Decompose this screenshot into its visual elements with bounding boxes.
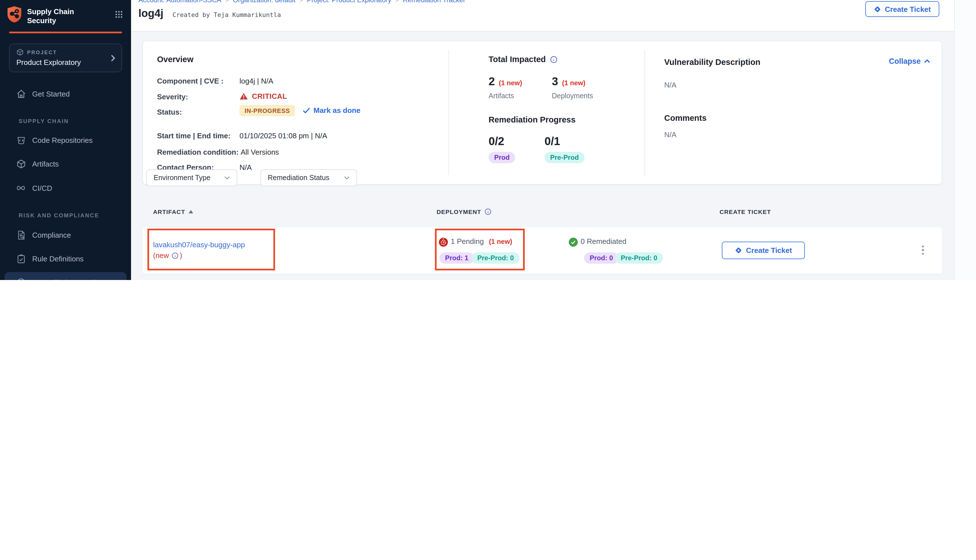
supply-chain-security-logo-icon bbox=[7, 6, 22, 23]
sidebar-item-label: Remediation Tracker bbox=[32, 278, 105, 280]
overview-heading: Overview bbox=[157, 55, 194, 64]
remediated-preprod-badge: Pre-Prod: 0 bbox=[615, 252, 663, 263]
impacted-artifacts-label: Artifacts bbox=[489, 92, 514, 100]
cicd-icon bbox=[16, 185, 26, 192]
warning-triangle-icon bbox=[240, 93, 248, 100]
compliance-icon bbox=[16, 230, 26, 240]
new-count: (1 new) bbox=[562, 79, 586, 87]
sidebar-item-cicd[interactable]: CI/CD bbox=[5, 178, 127, 198]
brand-divider bbox=[9, 32, 122, 33]
app-switcher-grid-icon[interactable] bbox=[115, 6, 123, 18]
deploy-prod-badge: Prod: 1 bbox=[439, 252, 474, 263]
rule-definitions-icon bbox=[16, 254, 26, 263]
table-row: lavakush07/easy-buggy-app (new ) 1 Pendi… bbox=[142, 228, 942, 274]
breadcrumb-separator: > bbox=[395, 0, 399, 3]
chevron-down-icon bbox=[344, 176, 350, 180]
breadcrumb-project-link[interactable]: Project: Product Exploratory bbox=[307, 0, 391, 4]
breadcrumb-separator: > bbox=[299, 0, 303, 3]
app-root: Supply ChainSecurity PROJECT Product Exp… bbox=[0, 0, 976, 280]
comments-heading: Comments bbox=[664, 113, 707, 122]
remediated-check-icon bbox=[569, 238, 578, 247]
remediation-condition-value: All Versions bbox=[240, 148, 279, 157]
app-title: Supply ChainSecurity bbox=[27, 6, 74, 25]
scrollbar-gutter[interactable] bbox=[954, 0, 976, 280]
breadcrumb-organization-link[interactable]: Organization: default bbox=[233, 0, 295, 4]
sidebar-item-label: Artifacts bbox=[32, 160, 59, 168]
preprod-badge: Pre-Prod bbox=[544, 152, 584, 163]
remediation-progress-heading: Remediation Progress bbox=[489, 115, 576, 124]
project-selector-value: Product Exploratory bbox=[17, 58, 102, 67]
vulnerability-description-value: N/A bbox=[664, 81, 676, 89]
severity-value: CRITICAL bbox=[240, 92, 287, 100]
vulnerability-description-heading: Vulnerability Description bbox=[664, 58, 761, 67]
info-icon[interactable] bbox=[551, 56, 558, 63]
sidebar-item-remediation-tracker[interactable]: Remediation Tracker bbox=[5, 272, 127, 280]
main-content: Account: Automation-SSCA>Organization: d… bbox=[131, 0, 954, 280]
remediation-status-filter[interactable]: Remediation Status bbox=[260, 169, 357, 186]
card-divider bbox=[644, 50, 645, 175]
create-ticket-button-row[interactable]: Create Ticket bbox=[722, 242, 805, 259]
chevron-down-icon bbox=[224, 176, 230, 180]
sidebar: Supply ChainSecurity PROJECT Product Exp… bbox=[0, 0, 131, 280]
project-selector-label: PROJECT bbox=[17, 48, 102, 56]
sidebar-item-rule-definitions[interactable]: Rule Definitions bbox=[5, 248, 127, 269]
sidebar-item-get-started[interactable]: Get Started bbox=[5, 83, 127, 104]
overview-card: Overview Component | CVE : log4j | N/A S… bbox=[142, 41, 942, 185]
code-repositories-icon bbox=[16, 135, 26, 145]
impacted-deployments-stat: 3(1 new) bbox=[552, 75, 586, 88]
title-row: log4j Created by Teja Kummarikuntla bbox=[138, 7, 281, 20]
chevron-right-icon bbox=[111, 54, 115, 62]
severity-label: Severity: bbox=[157, 93, 188, 101]
home-icon bbox=[16, 89, 26, 98]
sidebar-section-risk-and-compliance: RISK AND COMPLIANCE bbox=[0, 210, 131, 220]
time-label: Start time | End time: bbox=[157, 132, 230, 140]
sidebar-item-artifacts[interactable]: Artifacts bbox=[5, 153, 127, 174]
row-menu-kebab-icon[interactable] bbox=[918, 243, 928, 257]
sort-ascending-icon bbox=[189, 210, 193, 213]
deploy-preprod-badge: Pre-Prod: 0 bbox=[472, 252, 519, 263]
total-impacted-heading: Total Impacted bbox=[489, 55, 558, 64]
breadcrumb-separator: > bbox=[225, 0, 229, 3]
breadcrumb-account-link[interactable]: Account: Automation-SSCA bbox=[138, 0, 222, 4]
progress-preprod-value: 0/1 bbox=[544, 135, 560, 148]
ticket-diamond-icon bbox=[735, 247, 742, 254]
sidebar-item-code-repositories[interactable]: Code Repositories bbox=[5, 130, 127, 150]
environment-type-filter[interactable]: Environment Type bbox=[146, 169, 237, 186]
check-icon bbox=[303, 107, 310, 113]
pending-new-count: (1 new) bbox=[489, 238, 512, 245]
breadcrumb: Account: Automation-SSCA>Organization: d… bbox=[138, 0, 465, 4]
status-label: Status: bbox=[157, 108, 182, 116]
card-divider bbox=[449, 50, 449, 175]
page-header: Account: Automation-SSCA>Organization: d… bbox=[131, 0, 954, 32]
impacted-deployments-label: Deployments bbox=[552, 92, 593, 100]
sidebar-item-compliance[interactable]: Compliance bbox=[5, 225, 127, 245]
create-ticket-button-top[interactable]: Create Ticket bbox=[865, 1, 939, 17]
component-cve-value: log4j | N/A bbox=[240, 77, 274, 85]
collapse-link[interactable]: Collapse bbox=[889, 57, 930, 65]
sidebar-item-label: CI/CD bbox=[32, 184, 52, 192]
sidebar-item-label: Code Repositories bbox=[32, 136, 93, 144]
artifact-link[interactable]: lavakush07/easy-buggy-app bbox=[153, 240, 245, 249]
page-title: log4j bbox=[138, 7, 164, 20]
project-selector[interactable]: PROJECT Product Exploratory bbox=[9, 43, 122, 72]
info-icon[interactable] bbox=[172, 252, 179, 259]
sidebar-item-label: Compliance bbox=[32, 231, 71, 239]
impacted-artifacts-stat: 2(1 new) bbox=[489, 75, 522, 88]
column-header-create-ticket: CREATE TICKET bbox=[719, 208, 771, 215]
remediation-condition-label: Remediation condition: bbox=[157, 148, 239, 157]
artifact-new-tag: (new ) bbox=[153, 251, 182, 260]
status-badge: IN-PROGRESS bbox=[240, 105, 295, 116]
new-count: (1 new) bbox=[499, 79, 522, 87]
column-header-artifact[interactable]: ARTIFACT bbox=[153, 208, 193, 215]
time-value: 01/10/2025 01:08 pm | N/A bbox=[240, 132, 327, 140]
remediated-prod-badge: Prod: 0 bbox=[584, 252, 619, 263]
ticket-diamond-icon bbox=[874, 5, 881, 13]
info-icon[interactable] bbox=[485, 208, 491, 215]
pending-count: 1 Pending (1 new) bbox=[451, 237, 512, 245]
component-cve-label: Component | CVE : bbox=[157, 77, 224, 85]
sidebar-header: Supply ChainSecurity bbox=[0, 0, 131, 28]
breadcrumb-current-link[interactable]: Remediation Tracker bbox=[403, 0, 465, 4]
sidebar-section-supply-chain: SUPPLY CHAIN bbox=[0, 116, 131, 125]
remediated-count: 0 Remediated bbox=[581, 237, 626, 245]
mark-as-done-link[interactable]: Mark as done bbox=[303, 106, 360, 115]
